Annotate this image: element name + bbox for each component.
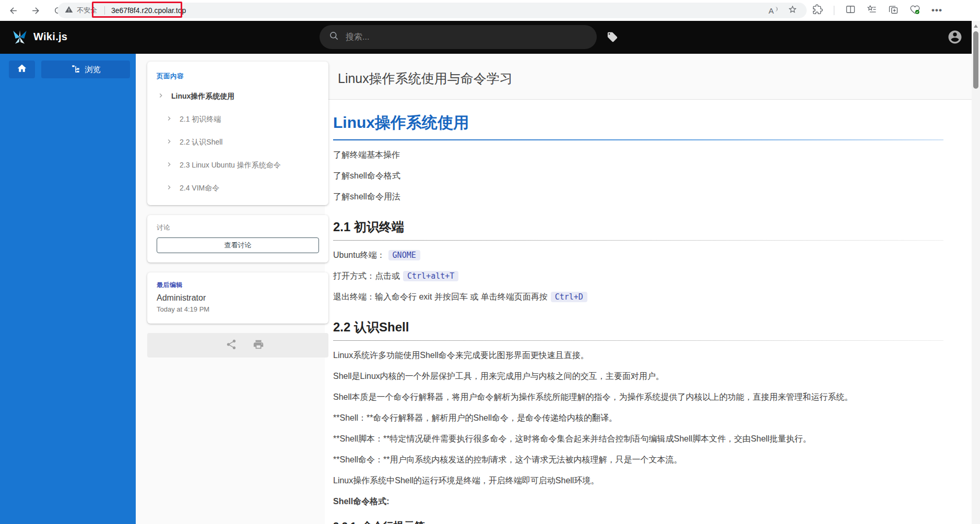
home-icon [17,63,27,76]
scrollbar-thumb[interactable] [973,31,978,89]
favorite-star-icon[interactable] [788,5,797,16]
toc-item-label: 2.3 Linux Ubuntu 操作系统命令 [180,161,281,170]
paragraph: Linux系统许多功能使用Shell命令来完成要比图形界面更快速且直接。 [333,349,943,362]
scrollbar-up-arrow[interactable] [974,25,978,28]
last-edit-author: Administrator [157,293,319,303]
wiki-header: Wiki.js [0,21,980,54]
h2-rule [333,240,943,241]
page-title: Linux操作系统使用与命令学习 [338,70,513,87]
forward-icon[interactable] [31,6,41,16]
chevron-right-icon [157,91,165,102]
home-button[interactable] [9,61,35,78]
discussion-panel: 讨论 查看讨论 [147,215,328,263]
paragraph: Shell本质是一个命令行解释器，将用户命令解析为操作系统所能理解的指令，为操作… [333,391,943,403]
toc-item[interactable]: 2.3 Linux Ubuntu 操作系统命令 [157,154,319,177]
paragraph: 打开方式：点击或Ctrl+alt+T [333,270,943,282]
search-icon [329,31,339,43]
security-warning-icon[interactable] [65,5,73,16]
search-input[interactable] [346,32,587,42]
paragraph: Linux操作系统中Shell的运行环境是终端，开启终端即可启动Shell环境。 [333,474,943,487]
search-box[interactable] [320,25,597,49]
screen: 不安全 3e67f8f4.r20.cpolar.top A ••• [0,0,980,524]
tree-icon [71,64,80,75]
h1-rule [333,139,943,140]
paragraph: **Shell脚本：**特定情况硬件需要执行很多命令，这时将命令集合起来并结合控… [333,433,943,445]
section-heading-2-2: 2.2 认识Shell [333,319,943,336]
browse-button[interactable]: 浏览 [41,61,130,78]
security-warning-label[interactable]: 不安全 [77,6,97,15]
address-bar[interactable]: 不安全 3e67f8f4.r20.cpolar.top A [57,3,807,18]
paragraph: 退出终端：输入命令行 exit 并按回车 或 单击终端页面再按Ctrl+D [333,291,943,303]
split-screen-icon[interactable] [845,4,856,17]
toc-panel: 页面内容 Linux操作系统使用 2.1 初识终端 2.2 认识Shell 2.… [147,62,328,205]
toc-item-root[interactable]: Linux操作系统使用 [157,85,319,108]
settings-menu-icon[interactable]: ••• [931,8,942,13]
chevron-right-icon [165,183,173,194]
discussion-title: 讨论 [157,223,319,232]
address-divider [104,6,105,15]
inline-code: GNOME [388,250,420,260]
inline-code: Ctrl+alt+T [403,271,458,281]
paragraph: Shell是Linux内核的一个外层保护工具，用来完成用户与内核之间的交互，主要… [333,370,943,383]
browser-toolbar: 不安全 3e67f8f4.r20.cpolar.top A ••• [0,0,980,21]
back-icon[interactable] [8,6,18,16]
chevron-right-icon [165,160,173,171]
paragraph: 了解shell命令格式 [333,170,943,182]
toc-item-label: 2.1 初识终端 [180,115,221,124]
toc-item[interactable]: 2.4 VIM命令 [157,177,319,200]
tags-icon[interactable] [607,31,618,45]
article-h1: Linux操作系统使用 [333,112,943,134]
paragraph: **Shell：**命令行解释器，解析用户的Shell命令，是命令传递给内核的翻… [333,412,943,424]
chevron-right-icon [165,137,173,148]
share-icon[interactable] [226,339,237,352]
paragraph: **Shell命令：**用户向系统内核发送的控制请求，这个请求无法被内核理解，只… [333,454,943,466]
paragraph: 了解终端基本操作 [333,149,943,161]
read-aloud-icon[interactable]: A [769,6,777,15]
toc-item[interactable]: 2.1 初识终端 [157,108,319,131]
browser-essentials-icon[interactable] [910,4,920,17]
scrollbar[interactable] [972,21,980,524]
toc-item-label: 2.4 VIM命令 [180,184,219,193]
last-edit-time: Today at 4:19 PM [157,305,319,313]
paragraph: Ubuntu终端：GNOME [333,249,943,261]
last-edit-panel: 最后编辑 Administrator Today at 4:19 PM [147,272,328,324]
article: Linux操作系统使用 了解终端基本操作 了解shell命令格式 了解shell… [325,99,980,524]
print-icon[interactable] [253,339,264,352]
wikijs-logo-icon[interactable] [10,28,29,46]
content-area: Linux操作系统使用与命令学习 Linux操作系统使用 了解终端基本操作 了解… [136,54,980,524]
chevron-right-icon [165,114,173,125]
sidebar: 浏览 [0,54,136,524]
toolbar-separator [834,6,834,15]
toc-item-label: Linux操作系统使用 [171,92,234,101]
section-heading-2-1: 2.1 初识终端 [333,219,943,235]
toc-item[interactable]: 2.2 认识Shell [157,131,319,154]
toc-item-label: 2.2 认识Shell [180,138,222,147]
url-text[interactable]: 3e67f8f4.r20.cpolar.top [111,6,186,15]
collections-icon[interactable] [888,4,899,17]
sub-heading-2-2-1: 2.2.1. 命令行提示符 [333,519,943,524]
toc-title: 页面内容 [157,72,319,81]
favorites-bar-icon[interactable] [867,4,877,17]
h2-rule [333,340,943,341]
page-actions-bar [147,333,328,358]
account-icon[interactable] [947,29,963,47]
last-edit-title: 最后编辑 [157,281,319,290]
extensions-icon[interactable] [812,4,823,17]
browse-label: 浏览 [85,65,101,75]
paragraph: 了解shell命令用法 [333,190,943,203]
app-title: Wiki.js [33,31,67,43]
bold-line: Shell命令格式: [333,495,943,508]
inline-code: Ctrl+D [551,292,587,302]
view-discussion-button[interactable]: 查看讨论 [157,237,319,253]
